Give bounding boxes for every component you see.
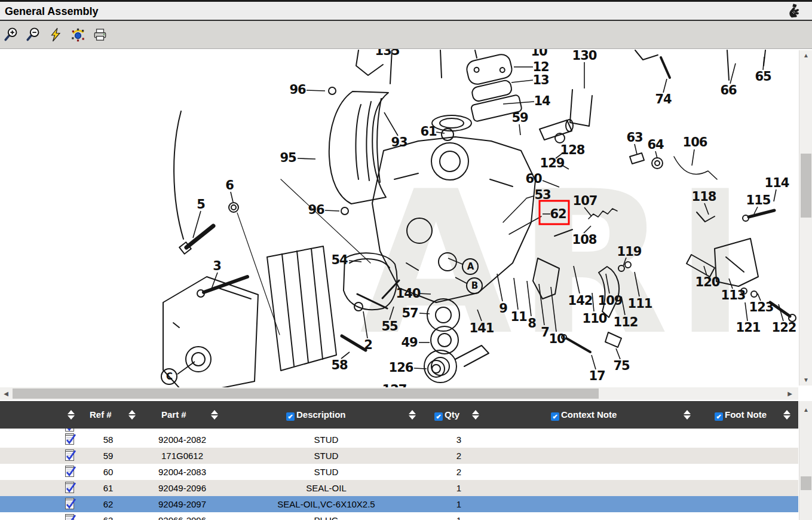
table-row-59[interactable]: 59171G0612STUD2 bbox=[0, 448, 798, 464]
diagram-horizontal-scrollbar[interactable]: ◀ ▶ bbox=[0, 387, 798, 400]
notes-icon[interactable] bbox=[63, 497, 76, 510]
lightning-icon[interactable] bbox=[47, 26, 64, 43]
callout-59[interactable]: 59 bbox=[511, 111, 528, 125]
hotspot-graphic-icon[interactable] bbox=[69, 26, 86, 43]
callout-106[interactable]: 106 bbox=[683, 135, 707, 149]
callout-5[interactable]: 5 bbox=[197, 197, 205, 212]
callout-114[interactable]: 114 bbox=[765, 176, 789, 190]
callout-B[interactable]: B bbox=[471, 280, 478, 291]
callout-119[interactable]: 119 bbox=[617, 244, 642, 259]
sort-arrows[interactable] bbox=[409, 410, 416, 420]
callout-111[interactable]: 111 bbox=[628, 296, 652, 311]
diagram-vscroll-thumb[interactable] bbox=[801, 154, 811, 218]
table-row-60[interactable]: 6092004-2083STUD2 bbox=[0, 464, 798, 480]
hand-icon[interactable] bbox=[787, 4, 801, 19]
callout-96[interactable]: 96 bbox=[289, 82, 306, 97]
callout-57[interactable]: 57 bbox=[402, 306, 418, 320]
callout-12[interactable]: 12 bbox=[532, 60, 549, 74]
table-vscroll-thumb[interactable] bbox=[801, 476, 811, 490]
scroll-right-icon[interactable]: ▶ bbox=[784, 387, 796, 400]
callout-108[interactable]: 108 bbox=[572, 233, 597, 247]
zoom-in-icon[interactable] bbox=[3, 26, 20, 43]
callout-6[interactable]: 6 bbox=[225, 178, 234, 192]
callout-123[interactable]: 123 bbox=[749, 300, 774, 314]
callout-141[interactable]: 141 bbox=[470, 321, 494, 335]
notes-icon[interactable] bbox=[63, 449, 76, 462]
callout-140[interactable]: 140 bbox=[396, 286, 421, 301]
callout-A[interactable]: A bbox=[467, 261, 474, 272]
callout-127[interactable]: 127 bbox=[382, 383, 407, 387]
sort-arrows[interactable] bbox=[68, 410, 75, 420]
foot-note-checkbox[interactable]: ✔ bbox=[715, 412, 723, 421]
callout-74[interactable]: 74 bbox=[655, 92, 672, 106]
notes-icon[interactable] bbox=[63, 513, 76, 520]
printer-icon[interactable] bbox=[91, 26, 108, 43]
zoom-out-icon[interactable] bbox=[25, 26, 42, 43]
notes-icon[interactable] bbox=[63, 481, 76, 494]
callout-112[interactable]: 112 bbox=[614, 315, 638, 329]
diagram-hscroll-thumb[interactable] bbox=[13, 389, 599, 399]
callout-120[interactable]: 120 bbox=[695, 275, 720, 289]
diagram-vertical-scrollbar[interactable]: ▲ ▼ bbox=[799, 50, 812, 386]
callout-122[interactable]: 122 bbox=[772, 320, 796, 335]
scroll-up-icon[interactable]: ▲ bbox=[799, 405, 812, 415]
callout-64[interactable]: 64 bbox=[647, 137, 664, 152]
scroll-down-icon[interactable]: ▼ bbox=[799, 375, 812, 386]
callout-10[interactable]: 10 bbox=[549, 332, 565, 346]
callout-115[interactable]: 115 bbox=[746, 193, 771, 207]
table-row-58[interactable]: 5892004-2082STUD3 bbox=[0, 432, 798, 448]
callout-55[interactable]: 55 bbox=[381, 319, 398, 334]
callout-14[interactable]: 14 bbox=[534, 94, 550, 108]
callout-110[interactable]: 110 bbox=[583, 311, 607, 326]
scroll-left-icon[interactable]: ◀ bbox=[0, 387, 12, 400]
callout-61[interactable]: 61 bbox=[420, 124, 437, 139]
callout-126[interactable]: 126 bbox=[389, 360, 413, 375]
callout-95[interactable]: 95 bbox=[280, 151, 296, 165]
callout-58[interactable]: 58 bbox=[331, 358, 348, 372]
table-row-63[interactable]: 6392066-2096PLUG1 bbox=[0, 512, 798, 520]
callout-142[interactable]: 142 bbox=[568, 293, 593, 308]
callout-62[interactable]: 62 bbox=[550, 207, 566, 221]
callout-75[interactable]: 75 bbox=[613, 359, 630, 373]
description-checkbox[interactable]: ✔ bbox=[286, 412, 295, 421]
exploded-diagram[interactable]: ARI bbox=[0, 49, 799, 387]
callout-3[interactable]: 3 bbox=[213, 259, 221, 273]
callout-53[interactable]: 53 bbox=[534, 188, 550, 202]
callout-11[interactable]: 11 bbox=[510, 310, 527, 324]
callout-128[interactable]: 128 bbox=[560, 143, 585, 157]
callout-93[interactable]: 93 bbox=[391, 135, 407, 149]
callout-113[interactable]: 113 bbox=[721, 288, 746, 302]
sort-arrows[interactable] bbox=[783, 410, 790, 420]
table-row-61[interactable]: 6192049-2096SEAL-OIL1 bbox=[0, 480, 798, 496]
callout-63[interactable]: 63 bbox=[626, 130, 642, 145]
sort-arrows[interactable] bbox=[684, 410, 691, 420]
callout-129[interactable]: 129 bbox=[540, 156, 565, 170]
table-vertical-scrollbar[interactable]: ▲ bbox=[799, 401, 812, 520]
callout-96[interactable]: 96 bbox=[308, 203, 324, 217]
callout-130[interactable]: 130 bbox=[572, 49, 597, 63]
sort-arrows[interactable] bbox=[211, 410, 218, 420]
table-row-62[interactable]: 6292049-2097SEAL-OIL,VC-6X10X2.51 bbox=[0, 496, 798, 512]
callout-8[interactable]: 8 bbox=[528, 316, 536, 331]
callout-60[interactable]: 60 bbox=[525, 172, 542, 186]
notes-icon[interactable] bbox=[63, 433, 76, 446]
callout-9[interactable]: 9 bbox=[499, 301, 507, 316]
callout-49[interactable]: 49 bbox=[401, 335, 418, 350]
qty-checkbox[interactable]: ✔ bbox=[434, 412, 443, 421]
callout-135[interactable]: 135 bbox=[375, 49, 400, 58]
callout-13[interactable]: 13 bbox=[532, 73, 549, 87]
sort-arrows[interactable] bbox=[472, 410, 479, 420]
notes-icon[interactable] bbox=[63, 465, 76, 478]
callout-7[interactable]: 7 bbox=[541, 325, 549, 339]
sort-arrows[interactable] bbox=[128, 410, 136, 420]
callout-17[interactable]: 17 bbox=[589, 369, 605, 383]
callout-65[interactable]: 65 bbox=[755, 69, 771, 84]
callout-54[interactable]: 54 bbox=[331, 253, 348, 267]
callout-109[interactable]: 109 bbox=[598, 293, 623, 308]
callout-66[interactable]: 66 bbox=[720, 83, 737, 97]
callout-121[interactable]: 121 bbox=[736, 320, 761, 335]
callout-2[interactable]: 2 bbox=[364, 338, 372, 352]
callout-118[interactable]: 118 bbox=[692, 189, 716, 204]
callout-C[interactable]: C bbox=[166, 371, 173, 382]
context-note-checkbox[interactable]: ✔ bbox=[551, 412, 559, 421]
